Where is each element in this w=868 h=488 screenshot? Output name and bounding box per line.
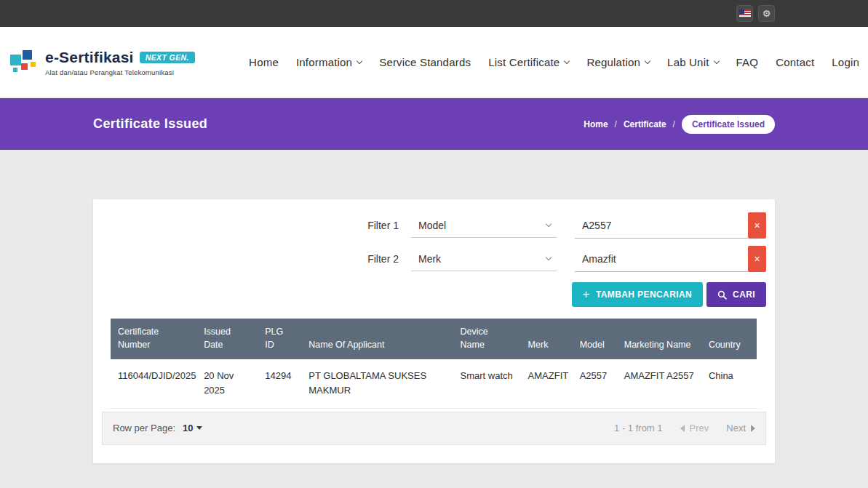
logo-icon: [9, 48, 38, 77]
cari-label: CARI: [733, 289, 755, 300]
logo-subtitle: Alat dan/atau Perangkat Telekomunikasi: [45, 68, 195, 76]
tambah-pencarian-button[interactable]: + TAMBAH PENCARIAN: [572, 282, 704, 307]
col-country: Country: [701, 319, 757, 359]
nav-list-certificate[interactable]: List Certificate: [488, 56, 569, 68]
filter1-select-value: Model: [418, 220, 446, 231]
chevron-down-icon: [546, 254, 552, 260]
nav-label: FAQ: [736, 56, 759, 68]
col-applicant: Name Of Applicant: [301, 319, 453, 359]
settings-button[interactable]: ⚙: [758, 5, 775, 22]
nav-home[interactable]: Home: [249, 56, 279, 68]
cell-device-name: Smart watch: [453, 359, 521, 408]
gear-icon: ⚙: [763, 9, 771, 18]
nav-regulation[interactable]: Regulation: [586, 56, 650, 68]
logo-title: e-Sertifikasi: [45, 49, 134, 66]
cell-country: China: [701, 359, 757, 408]
col-model: Model: [573, 319, 617, 359]
breadcrumb-certificate[interactable]: Certificate: [624, 119, 666, 129]
prev-page-button[interactable]: Prev: [680, 423, 709, 433]
search-icon: [717, 290, 727, 300]
breadcrumb-separator: /: [673, 119, 675, 129]
logo-text: e-Sertifikasi NEXT GEN. Alat dan/atau Pe…: [45, 49, 195, 76]
filter2-select-value: Merk: [418, 253, 441, 265]
breadcrumb: Home / Certificate / Certificate Issued: [584, 115, 775, 134]
nav-label: Information: [296, 56, 352, 68]
filter1-clear-button[interactable]: ×: [748, 212, 766, 239]
col-certificate-number: Certificate Number: [111, 319, 196, 359]
main-content: Filter 1 Model × Filter 2 Merk: [0, 199, 868, 463]
logo-badge: NEXT GEN.: [140, 52, 195, 63]
logo[interactable]: e-Sertifikasi NEXT GEN. Alat dan/atau Pe…: [9, 48, 195, 77]
page-title: Certificate Issued: [93, 116, 207, 132]
filter2-label: Filter 2: [367, 253, 399, 265]
cari-button[interactable]: CARI: [706, 282, 766, 307]
nav-service-standards[interactable]: Service Standards: [379, 56, 471, 68]
rows-per-page-value: 10: [183, 423, 193, 433]
prev-label: Prev: [690, 423, 709, 433]
pagination-summary: 1 - 1 from 1: [614, 423, 662, 433]
tambah-pencarian-label: TAMBAH PENCARIAN: [596, 289, 692, 300]
page: ⚙ e-Sertifikasi NEXT GEN. Alat dan/atau …: [0, 0, 868, 463]
cell-certificate-number: 116044/DJID/2025: [111, 359, 196, 408]
filter2-clear-button[interactable]: ×: [748, 246, 766, 272]
content-card: Filter 1 Model × Filter 2 Merk: [93, 199, 775, 463]
breadcrumb-home[interactable]: Home: [584, 119, 608, 129]
cell-applicant: PT GLOBALTAMA SUKSES MAKMUR: [301, 359, 453, 408]
cell-issued-date: 20 Nov 2025: [196, 359, 258, 408]
nav-label: Contact: [776, 56, 814, 68]
nav-label: List Certificate: [488, 56, 560, 68]
filter1-value-input[interactable]: [575, 212, 748, 239]
filter-actions: + TAMBAH PENCARIAN CARI: [93, 282, 766, 307]
nav-contact[interactable]: Contact: [776, 56, 814, 68]
rows-per-page-select[interactable]: 10: [183, 423, 202, 433]
filter-row-1: Filter 1 Model ×: [93, 212, 766, 239]
certificates-table: Certificate Number Issued Date PLG ID Na…: [111, 319, 757, 409]
us-flag-icon: [739, 9, 751, 17]
next-label: Next: [726, 423, 746, 433]
nav-label: Service Standards: [379, 56, 471, 68]
nav-label: Lab Unit: [667, 56, 709, 68]
language-button[interactable]: [736, 5, 753, 22]
caret-right-icon: [751, 425, 755, 432]
filter2-value-input[interactable]: [575, 246, 748, 272]
col-merk: Merk: [521, 319, 573, 359]
chevron-down-icon: [546, 220, 552, 226]
filter1-label: Filter 1: [367, 220, 399, 231]
nav-lab-unit[interactable]: Lab Unit: [667, 56, 718, 68]
topbar: ⚙: [0, 0, 868, 27]
cell-plg-id: 14294: [258, 359, 301, 408]
nav-login[interactable]: Login: [832, 56, 859, 68]
col-plg-id: PLG ID: [258, 319, 301, 359]
cell-merk: AMAZFIT: [521, 359, 573, 408]
nav-label: Regulation: [586, 56, 640, 68]
col-marketing-name: Marketing Name: [617, 319, 701, 359]
filter1-input-group: ×: [575, 212, 766, 239]
filter2-field-select[interactable]: Merk: [411, 247, 557, 271]
filter-row-2: Filter 2 Merk ×: [93, 246, 766, 272]
col-issued-date: Issued Date: [196, 319, 258, 359]
chevron-down-icon: [645, 58, 650, 64]
main-nav: Home Information Service Standards List …: [249, 56, 859, 68]
page-banner: Certificate Issued Home / Certificate / …: [0, 98, 868, 150]
caret-down-icon: [196, 426, 202, 430]
table-footer: Row per Page: 10 1 - 1 from 1 Prev Next: [102, 412, 766, 445]
cell-model: A2557: [573, 359, 617, 408]
rows-per-page-label: Row per Page:: [113, 423, 175, 433]
table-row[interactable]: 116044/DJID/2025 20 Nov 2025 14294 PT GL…: [111, 359, 757, 408]
chevron-down-icon: [564, 58, 570, 64]
caret-left-icon: [680, 425, 685, 432]
nav-faq[interactable]: FAQ: [736, 56, 759, 68]
cell-marketing-name: AMAZFIT A2557: [617, 359, 701, 408]
rows-per-page: Row per Page: 10: [113, 423, 202, 433]
table-header-row: Certificate Number Issued Date PLG ID Na…: [111, 319, 757, 359]
next-page-button[interactable]: Next: [726, 423, 755, 433]
filter2-input-group: ×: [575, 246, 766, 272]
col-device-name: Device Name: [453, 319, 521, 359]
breadcrumb-current: Certificate Issued: [682, 115, 775, 134]
nav-information[interactable]: Information: [296, 56, 362, 68]
nav-label: Home: [249, 56, 279, 68]
breadcrumb-separator: /: [615, 119, 617, 129]
chevron-down-icon: [713, 58, 719, 64]
filter1-field-select[interactable]: Model: [411, 213, 557, 238]
pagination: 1 - 1 from 1 Prev Next: [614, 423, 755, 433]
